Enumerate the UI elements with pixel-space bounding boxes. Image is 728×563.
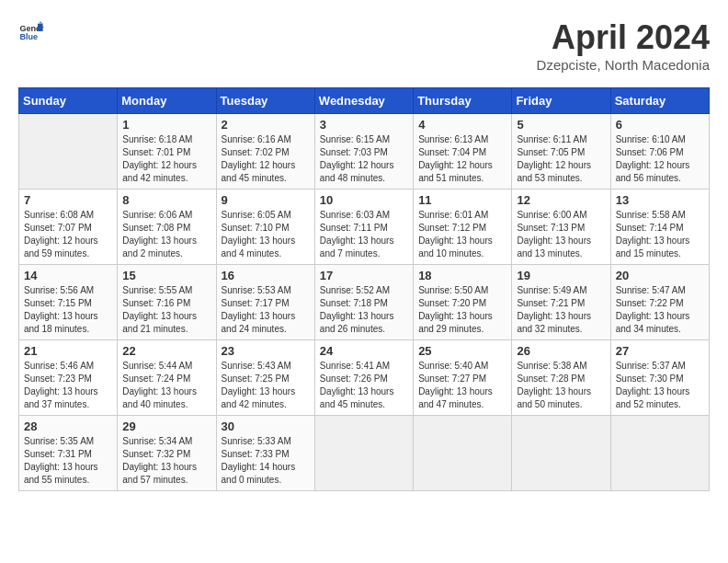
cell-info: Sunrise: 5:56 AMSunset: 7:15 PMDaylight:… bbox=[24, 284, 112, 336]
day-number: 20 bbox=[616, 269, 704, 282]
day-number: 4 bbox=[418, 118, 506, 132]
cell-info: Sunrise: 5:43 AMSunset: 7:25 PMDaylight:… bbox=[222, 360, 310, 411]
cell-info: Sunrise: 6:06 AMSunset: 7:08 PMDaylight:… bbox=[122, 209, 210, 260]
calendar-week-row: 28Sunrise: 5:35 AMSunset: 7:31 PMDayligh… bbox=[19, 416, 710, 491]
cell-info: Sunrise: 5:40 AMSunset: 7:27 PMDaylight:… bbox=[418, 360, 506, 411]
day-number: 19 bbox=[517, 269, 605, 282]
cell-info: Sunrise: 6:16 AMSunset: 7:02 PMDaylight:… bbox=[222, 133, 310, 185]
calendar-cell: 15Sunrise: 5:55 AMSunset: 7:16 PMDayligh… bbox=[118, 265, 216, 340]
calendar-cell: 24Sunrise: 5:41 AMSunset: 7:26 PMDayligh… bbox=[314, 340, 413, 416]
calendar-cell: 23Sunrise: 5:43 AMSunset: 7:25 PMDayligh… bbox=[216, 340, 314, 416]
cell-info: Sunrise: 6:03 AMSunset: 7:11 PMDaylight:… bbox=[320, 209, 408, 260]
cell-info: Sunrise: 5:46 AMSunset: 7:23 PMDaylight:… bbox=[24, 360, 112, 411]
calendar-header: SundayMondayTuesdayWednesdayThursdayFrid… bbox=[19, 88, 710, 114]
day-number: 24 bbox=[320, 344, 408, 358]
day-number: 18 bbox=[418, 269, 506, 282]
calendar-cell: 1Sunrise: 6:18 AMSunset: 7:01 PMDaylight… bbox=[118, 114, 216, 190]
calendar-cell: 4Sunrise: 6:13 AMSunset: 7:04 PMDaylight… bbox=[414, 114, 512, 190]
calendar-cell: 19Sunrise: 5:49 AMSunset: 7:21 PMDayligh… bbox=[512, 265, 610, 340]
calendar-cell: 17Sunrise: 5:52 AMSunset: 7:18 PMDayligh… bbox=[314, 265, 413, 340]
day-number: 1 bbox=[122, 118, 210, 132]
cell-info: Sunrise: 5:55 AMSunset: 7:16 PMDaylight:… bbox=[122, 284, 210, 336]
cell-info: Sunrise: 5:38 AMSunset: 7:28 PMDaylight:… bbox=[517, 360, 605, 411]
day-of-week-header: Tuesday bbox=[216, 88, 314, 114]
cell-info: Sunrise: 5:47 AMSunset: 7:22 PMDaylight:… bbox=[616, 284, 704, 336]
day-of-week-header: Thursday bbox=[414, 88, 512, 114]
day-number: 22 bbox=[122, 344, 210, 358]
month-title: April 2024 bbox=[537, 18, 710, 57]
day-number: 23 bbox=[222, 344, 310, 358]
cell-info: Sunrise: 5:44 AMSunset: 7:24 PMDaylight:… bbox=[122, 360, 210, 411]
calendar-cell: 5Sunrise: 6:11 AMSunset: 7:05 PMDaylight… bbox=[512, 114, 610, 190]
cell-info: Sunrise: 5:49 AMSunset: 7:21 PMDaylight:… bbox=[517, 284, 605, 336]
calendar-cell bbox=[19, 114, 118, 190]
cell-info: Sunrise: 5:37 AMSunset: 7:30 PMDaylight:… bbox=[616, 360, 704, 411]
day-number: 9 bbox=[222, 193, 310, 207]
calendar-cell: 22Sunrise: 5:44 AMSunset: 7:24 PMDayligh… bbox=[118, 340, 216, 416]
calendar-week-row: 7Sunrise: 6:08 AMSunset: 7:07 PMDaylight… bbox=[19, 190, 710, 265]
day-number: 29 bbox=[122, 419, 210, 433]
calendar-cell: 29Sunrise: 5:34 AMSunset: 7:32 PMDayligh… bbox=[118, 416, 216, 491]
cell-info: Sunrise: 5:41 AMSunset: 7:26 PMDaylight:… bbox=[320, 360, 408, 411]
day-of-week-header: Monday bbox=[118, 88, 216, 114]
calendar-cell: 3Sunrise: 6:15 AMSunset: 7:03 PMDaylight… bbox=[314, 114, 413, 190]
calendar-cell: 18Sunrise: 5:50 AMSunset: 7:20 PMDayligh… bbox=[414, 265, 512, 340]
day-number: 17 bbox=[320, 269, 408, 282]
title-block: April 2024 Dzepciste, North Macedonia bbox=[537, 18, 710, 73]
calendar-cell bbox=[610, 416, 709, 491]
day-number: 14 bbox=[24, 269, 112, 282]
cell-info: Sunrise: 5:50 AMSunset: 7:20 PMDaylight:… bbox=[418, 284, 506, 336]
page-header: General Blue April 2024 Dzepciste, North… bbox=[18, 18, 710, 73]
calendar-cell: 20Sunrise: 5:47 AMSunset: 7:22 PMDayligh… bbox=[610, 265, 709, 340]
svg-marker-2 bbox=[38, 24, 43, 31]
svg-marker-3 bbox=[40, 21, 43, 24]
cell-info: Sunrise: 6:05 AMSunset: 7:10 PMDaylight:… bbox=[222, 209, 310, 260]
cell-info: Sunrise: 5:53 AMSunset: 7:17 PMDaylight:… bbox=[222, 284, 310, 336]
day-number: 2 bbox=[222, 118, 310, 132]
calendar-cell: 7Sunrise: 6:08 AMSunset: 7:07 PMDaylight… bbox=[19, 190, 118, 265]
calendar-week-row: 14Sunrise: 5:56 AMSunset: 7:15 PMDayligh… bbox=[19, 265, 710, 340]
calendar-cell: 16Sunrise: 5:53 AMSunset: 7:17 PMDayligh… bbox=[216, 265, 314, 340]
day-of-week-header: Sunday bbox=[19, 88, 118, 114]
day-number: 11 bbox=[418, 193, 506, 207]
cell-info: Sunrise: 5:33 AMSunset: 7:33 PMDaylight:… bbox=[222, 435, 310, 487]
day-number: 15 bbox=[122, 269, 210, 282]
cell-info: Sunrise: 5:34 AMSunset: 7:32 PMDaylight:… bbox=[122, 435, 210, 487]
day-of-week-header: Saturday bbox=[610, 88, 709, 114]
calendar-cell: 9Sunrise: 6:05 AMSunset: 7:10 PMDaylight… bbox=[216, 190, 314, 265]
day-of-week-header: Wednesday bbox=[314, 88, 413, 114]
calendar-week-row: 21Sunrise: 5:46 AMSunset: 7:23 PMDayligh… bbox=[19, 340, 710, 416]
calendar-cell bbox=[414, 416, 512, 491]
calendar-cell: 26Sunrise: 5:38 AMSunset: 7:28 PMDayligh… bbox=[512, 340, 610, 416]
svg-text:Blue: Blue bbox=[19, 32, 38, 41]
calendar-cell: 30Sunrise: 5:33 AMSunset: 7:33 PMDayligh… bbox=[216, 416, 314, 491]
calendar-cell: 13Sunrise: 5:58 AMSunset: 7:14 PMDayligh… bbox=[610, 190, 709, 265]
day-number: 27 bbox=[616, 344, 704, 358]
calendar-cell: 12Sunrise: 6:00 AMSunset: 7:13 PMDayligh… bbox=[512, 190, 610, 265]
calendar-cell: 14Sunrise: 5:56 AMSunset: 7:15 PMDayligh… bbox=[19, 265, 118, 340]
cell-info: Sunrise: 5:35 AMSunset: 7:31 PMDaylight:… bbox=[24, 435, 112, 487]
cell-info: Sunrise: 6:08 AMSunset: 7:07 PMDaylight:… bbox=[24, 209, 112, 260]
calendar-cell: 21Sunrise: 5:46 AMSunset: 7:23 PMDayligh… bbox=[19, 340, 118, 416]
day-number: 30 bbox=[222, 419, 310, 433]
day-number: 10 bbox=[320, 193, 408, 207]
day-number: 28 bbox=[24, 419, 112, 433]
day-of-week-header: Friday bbox=[512, 88, 610, 114]
cell-info: Sunrise: 6:01 AMSunset: 7:12 PMDaylight:… bbox=[418, 209, 506, 260]
calendar-cell: 25Sunrise: 5:40 AMSunset: 7:27 PMDayligh… bbox=[414, 340, 512, 416]
cell-info: Sunrise: 5:52 AMSunset: 7:18 PMDaylight:… bbox=[320, 284, 408, 336]
logo-icon: General Blue bbox=[18, 18, 44, 44]
day-number: 12 bbox=[517, 193, 605, 207]
day-number: 6 bbox=[616, 118, 704, 132]
calendar-week-row: 1Sunrise: 6:18 AMSunset: 7:01 PMDaylight… bbox=[19, 114, 710, 190]
day-number: 5 bbox=[517, 118, 605, 132]
calendar-cell bbox=[314, 416, 413, 491]
day-number: 8 bbox=[122, 193, 210, 207]
calendar-cell: 28Sunrise: 5:35 AMSunset: 7:31 PMDayligh… bbox=[19, 416, 118, 491]
day-number: 25 bbox=[418, 344, 506, 358]
calendar-cell: 8Sunrise: 6:06 AMSunset: 7:08 PMDaylight… bbox=[118, 190, 216, 265]
calendar-cell: 27Sunrise: 5:37 AMSunset: 7:30 PMDayligh… bbox=[610, 340, 709, 416]
day-number: 3 bbox=[320, 118, 408, 132]
day-number: 7 bbox=[24, 193, 112, 207]
cell-info: Sunrise: 6:18 AMSunset: 7:01 PMDaylight:… bbox=[122, 133, 210, 185]
